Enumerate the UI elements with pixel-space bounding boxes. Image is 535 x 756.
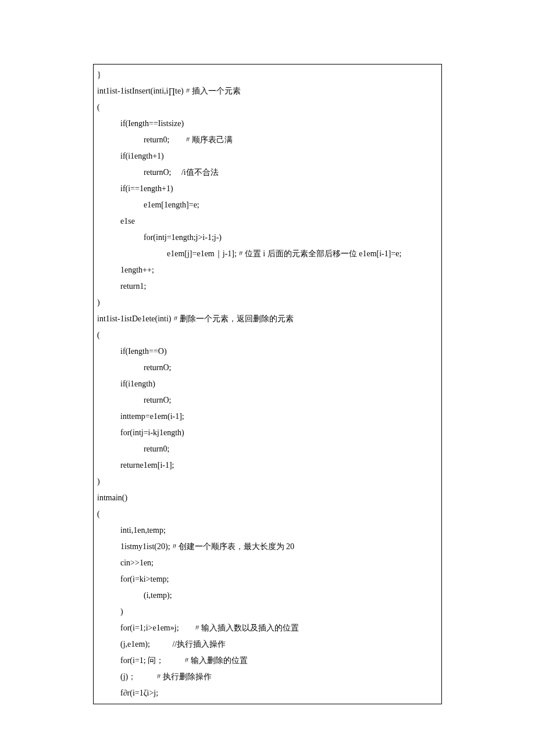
code-line: for(i=1; 问； 〃输入删除的位置	[97, 653, 438, 669]
code-line: (i,temp);	[97, 587, 438, 604]
code-line: (	[97, 99, 438, 116]
code-line: int1ist-1istDe1ete(inti)〃删除一个元素，返回删除的元素	[97, 311, 438, 327]
code-line: returnO; /i值不合法	[97, 164, 438, 181]
code-line: if(i1ength+1)	[97, 148, 438, 164]
code-line: returne1em[i-1];	[97, 457, 438, 474]
code-line: inti,1en,temp;	[97, 522, 438, 539]
code-line: inttemp=e1em(i-1];	[97, 409, 438, 425]
code-line: (	[97, 506, 438, 522]
code-container: } int1ist-1istInsert(inti,i∏te)〃插入一个元素 (…	[93, 64, 442, 704]
code-line: if(Iength==Iistsize)	[97, 116, 438, 132]
code-line: )	[97, 604, 438, 620]
code-line: 1ength++;	[97, 262, 438, 278]
code-line: return0; 〃顺序表己满	[97, 132, 438, 148]
document-page: } int1ist-1istInsert(inti,i∏te)〃插入一个元素 (…	[0, 0, 535, 756]
code-line: if(Iength==O)	[97, 343, 438, 360]
code-line: for(intj=i-kj1ength)	[97, 425, 438, 441]
code-line: return1;	[97, 278, 438, 295]
code-line: )	[97, 295, 438, 311]
code-line: e1em[1ength]=e;	[97, 197, 438, 213]
code-line: intmain()	[97, 490, 438, 506]
code-line: for(i=ki>temp;	[97, 571, 438, 587]
code-line: e1se	[97, 213, 438, 230]
code-line: 1istmy1ist(20);〃创建一个顺序表，最大长度为 20	[97, 539, 438, 555]
code-line: f∂r(i=1ζi>j;	[97, 685, 438, 701]
code-line: returnO;	[97, 392, 438, 409]
code-line: for(i=1;i>e1em»j; 〃输入插入数以及插入的位置	[97, 620, 438, 636]
code-line: int1ist-1istInsert(inti,i∏te)〃插入一个元素	[97, 83, 438, 99]
code-line: (	[97, 327, 438, 343]
code-line: (j)； 〃执行删除操作	[97, 669, 438, 685]
code-line: )	[97, 474, 438, 490]
code-line: }	[97, 67, 438, 83]
code-line: cin>>1en;	[97, 555, 438, 571]
code-line: return0;	[97, 441, 438, 457]
code-line: e1em[j]=e1em｜j-1];〃位置 i 后面的元素全部后移一位 e1em…	[97, 246, 438, 262]
code-line: (j,e1em); //执行插入操作	[97, 636, 438, 653]
code-line: returnO;	[97, 360, 438, 376]
code-line: if(i1ength)	[97, 376, 438, 392]
code-line: if(i==1ength+1)	[97, 181, 438, 197]
code-line: for(intj=1ength;j>i-1;j-)	[97, 230, 438, 246]
